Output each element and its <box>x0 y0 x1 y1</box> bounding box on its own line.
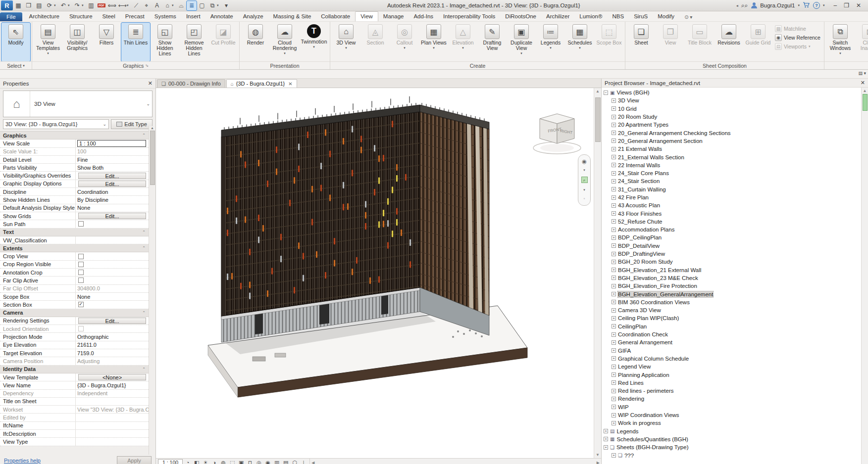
property-value[interactable]: Edit... <box>75 180 149 187</box>
sheet-button[interactable]: ❏Sheet <box>627 23 656 61</box>
tree-node[interactable]: +BGH_20 Room Study <box>612 258 861 266</box>
scroll-left-icon[interactable]: ◀ <box>310 461 316 464</box>
expand-icon[interactable]: + <box>612 98 616 103</box>
property-value[interactable] <box>75 261 149 268</box>
ribbon-tab-lumion-[interactable]: Lumion® <box>574 12 607 21</box>
expand-icon[interactable]: + <box>612 316 616 321</box>
expand-icon[interactable]: + <box>612 372 616 377</box>
switch-windows-icon[interactable]: ⧉ <box>207 1 217 10</box>
ribbon-tab-insert[interactable]: Insert <box>181 12 205 21</box>
model-line-icon[interactable]: ⟋ <box>131 1 141 10</box>
expand-icon[interactable]: + <box>612 365 616 369</box>
callout-dropdown-icon[interactable]: ▾ <box>404 46 406 50</box>
expand-icon[interactable]: + <box>612 340 616 345</box>
legends-button[interactable]: ≔Legends▾ <box>536 23 565 61</box>
show-analytical-model-icon[interactable]: ⬡ <box>291 459 299 464</box>
expand-icon[interactable]: + <box>612 235 616 240</box>
ribbon-tab-dirootsone[interactable]: DiRootsOne <box>500 12 541 21</box>
scroll-down-icon[interactable]: ▼ <box>596 453 600 457</box>
ribbon-tab-massing-site[interactable]: Massing & Site <box>268 12 316 21</box>
render-button[interactable]: ◍Render <box>241 23 270 61</box>
property-value[interactable] <box>75 301 149 308</box>
close-button[interactable]: ✕ <box>856 2 861 9</box>
view-tab-close-icon[interactable]: ✕ <box>288 81 292 87</box>
view-templates-dropdown-icon[interactable]: ▾ <box>47 51 49 55</box>
ribbon-tab-precast[interactable]: Precast <box>120 12 150 21</box>
canvas-horizontal-scrollbar[interactable]: ◀ ▶ <box>309 459 601 464</box>
ribbon-tab-archilizer[interactable]: Archilizer <box>541 12 574 21</box>
visibility-graphics-button[interactable]: ◫Visibility/ Graphics <box>63 23 92 61</box>
tree-node[interactable]: +Camera 3D View <box>612 306 861 314</box>
view-scale-control[interactable]: 1 : 100 <box>158 459 183 464</box>
tree-node[interactable]: +3D View <box>612 96 861 104</box>
canvas-vertical-scrollbar[interactable]: ▲ ▼ <box>594 88 601 458</box>
tree-node[interactable]: +43 Floor Finishes <box>612 209 861 217</box>
property-value[interactable]: <None> <box>75 373 149 381</box>
expand-icon[interactable]: + <box>612 106 616 111</box>
elevation-button[interactable]: △Elevation▾ <box>449 23 477 61</box>
cloud-rendering-button[interactable]: ☁Cloud Rendering▾ <box>270 23 299 61</box>
tree-node[interactable]: +20 Apartment Types <box>612 121 861 129</box>
plan-views-button[interactable]: ▦Plan Views▾ <box>419 23 448 61</box>
tree-node--[interactable]: +❏??? <box>612 451 861 459</box>
callout-button[interactable]: ◎Callout▾ <box>390 23 419 61</box>
tree-node[interactable]: +Coordination Check <box>612 330 861 338</box>
tree-node[interactable]: +21 External Walls <box>612 145 861 153</box>
tree-node[interactable]: +GIFA <box>612 347 861 355</box>
property-value[interactable]: Edit... <box>75 317 149 325</box>
panel-dropdown-icon[interactable]: ▾ <box>23 64 25 68</box>
property-checkbox[interactable] <box>78 278 84 283</box>
edit-button[interactable]: Edit... <box>78 173 146 179</box>
tree-node[interactable]: +BIM 360 Coordination Views <box>612 298 861 306</box>
expand-icon[interactable]: + <box>612 203 616 208</box>
ribbon-tab-add-ins[interactable]: Add-Ins <box>408 12 438 21</box>
property-value[interactable]: 7159.0 <box>75 349 149 357</box>
edit-button[interactable]: Edit... <box>78 318 146 324</box>
tree-node[interactable]: +21_External Walls Section <box>612 153 861 161</box>
text-icon[interactable]: A <box>152 1 162 10</box>
property-value[interactable]: 1 : 100 <box>75 139 149 147</box>
expand-icon[interactable]: + <box>612 324 616 328</box>
instance-selector[interactable]: 3D View: {3D - Bugra.Ozgul1} ⌄ <box>3 119 109 129</box>
tree-node[interactable]: +BGH_Elevation_Fire Protection <box>612 282 861 290</box>
tree-node[interactable]: +Red lines - perimeters <box>612 387 861 395</box>
3d-view-button[interactable]: ⌂3D View▾ <box>332 23 360 61</box>
project-browser-scrollbar[interactable]: ▲ <box>861 88 868 464</box>
expand-icon[interactable]: + <box>612 356 616 361</box>
scroll-up-icon[interactable]: ▲ <box>596 89 600 93</box>
view-scale-input[interactable]: 1 : 100 <box>77 140 146 147</box>
property-value[interactable] <box>75 430 149 437</box>
expand-icon[interactable]: + <box>612 397 616 401</box>
expand-icon[interactable]: + <box>612 179 616 184</box>
expand-icon[interactable]: + <box>612 389 616 393</box>
tree-node[interactable]: +42 Fire Plan <box>612 193 861 201</box>
expand-icon[interactable]: + <box>612 421 616 425</box>
plan-views-dropdown-icon[interactable]: ▾ <box>433 46 435 50</box>
tree-node[interactable]: +Red Lines <box>612 379 861 387</box>
expand-icon[interactable]: + <box>612 332 616 337</box>
expand-icon[interactable]: + <box>612 219 616 224</box>
scroll-up-icon[interactable]: ▲ <box>151 126 154 130</box>
save-icon[interactable]: ▤ <box>34 1 44 10</box>
ribbon-tab-nbs[interactable]: NBS <box>607 12 629 21</box>
temporary-view-properties-icon[interactable]: ▤ <box>282 459 290 464</box>
tree-node[interactable]: +BDP_CeilingPlan <box>612 233 861 241</box>
property-value[interactable]: Orthographic <box>75 333 149 340</box>
shadows-icon[interactable]: ◑ <box>210 459 218 464</box>
property-section-camera[interactable]: Camera⌃ <box>0 309 149 317</box>
tree-node[interactable]: +General Arrangement <box>612 338 861 346</box>
property-section-extents[interactable]: Extents⌃ <box>0 244 149 252</box>
sync-icon[interactable]: ⟳ <box>45 1 54 10</box>
elevation-dropdown-icon[interactable]: ▾ <box>462 46 464 50</box>
edit-type-button[interactable]: Edit Type <box>111 119 153 129</box>
expand-icon[interactable]: + <box>612 211 616 216</box>
expand-icon[interactable]: + <box>604 429 608 433</box>
scrollbar-thumb[interactable] <box>595 97 601 142</box>
close-inactive-button[interactable]: ⊠Close Inactive <box>855 23 868 61</box>
cut-profile-button[interactable]: ◪Cut Profile <box>209 23 238 61</box>
show-crop-region-icon[interactable]: ▣ <box>237 459 245 464</box>
scroll-right-icon[interactable]: ▶ <box>595 461 601 464</box>
property-value[interactable]: None <box>75 204 149 212</box>
instance-selector-dropdown-icon[interactable]: ⌄ <box>102 122 106 127</box>
legends-dropdown-icon[interactable]: ▾ <box>550 46 552 50</box>
